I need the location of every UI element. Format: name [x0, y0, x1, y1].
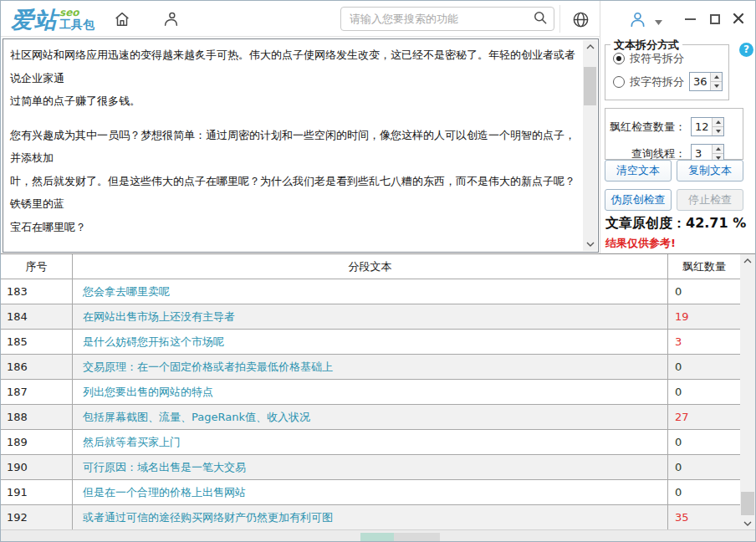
table-row[interactable]: 185 是什么妨碍您开拓这个市场呢 3 — [1, 330, 740, 355]
title-bar: 爱站 seo 工具包 — [1, 1, 756, 37]
help-icon[interactable]: ? — [739, 43, 753, 57]
radio-label: 按字符拆分 — [630, 74, 684, 89]
row-index: 183 — [1, 279, 73, 304]
scroll-down-button[interactable] — [740, 517, 755, 530]
scroll-up-button[interactable] — [740, 254, 755, 268]
table-row[interactable]: 184 在网站出售市场上还没有主导者 19 — [1, 304, 740, 330]
scroll-down-button[interactable] — [583, 238, 597, 251]
stepper-value: 12 — [692, 118, 712, 136]
table-scrollbar[interactable] — [740, 254, 755, 530]
red-count-value: 0 — [675, 386, 682, 398]
logo-seo-text: seo — [59, 8, 94, 18]
member-button[interactable] — [161, 9, 181, 29]
stepper-up-button[interactable] — [713, 118, 723, 126]
stop-check-button[interactable]: 停止检查 — [677, 189, 743, 211]
row-index: 185 — [1, 330, 73, 354]
row-index: 192 — [1, 505, 73, 529]
scrollbar-thumb[interactable] — [394, 533, 440, 541]
stepper-up-button[interactable] — [713, 145, 723, 153]
red-count-value: 0 — [675, 486, 682, 499]
radio-icon — [613, 76, 625, 88]
table-row[interactable]: 191 但是在一个合理的价格上出售网站 0 — [1, 480, 740, 505]
search-icon[interactable] — [532, 9, 549, 29]
result-disclaimer: 结果仅供参考! — [605, 236, 676, 251]
stepper-value: 36 — [690, 73, 710, 90]
stepper-down-button[interactable] — [711, 81, 722, 90]
table-row[interactable]: 183 您会拿去哪里卖呢 0 — [1, 279, 740, 304]
row-index: 184 — [1, 304, 73, 329]
row-index: 190 — [1, 455, 73, 479]
editor-scrollbar[interactable] — [583, 40, 597, 251]
account-menu-button[interactable] — [652, 13, 664, 33]
radio-split-by-chars[interactable]: 按字符拆分 36 — [613, 72, 728, 91]
search-input[interactable] — [350, 13, 532, 25]
segment-text-link[interactable]: 可行原因：域名出售是一笔大交易 — [83, 460, 246, 475]
red-count-value: 0 — [675, 285, 682, 298]
person-search-icon — [161, 10, 180, 28]
thread-count-label: 查询线程： — [605, 146, 686, 161]
segment-text-link[interactable]: 然后就等着买家上门 — [83, 435, 181, 450]
settings-panel: 文本拆分方式 按符号拆分 按字符拆分 36 ? 飘红检查数量： — [600, 36, 756, 253]
stepper-down-button[interactable] — [713, 126, 723, 136]
red-check-stepper[interactable]: 12 — [691, 117, 724, 136]
originality-label: 文章原创度： — [605, 215, 686, 231]
horizontal-scrollbar[interactable] — [1, 529, 756, 542]
maximize-button[interactable] — [706, 10, 724, 28]
minimize-button[interactable] — [681, 10, 699, 28]
segment-text-link[interactable]: 您会拿去哪里卖呢 — [83, 284, 170, 299]
table-row[interactable]: 192 或者通过可信的途径购买网络财产仍然更加有利可图 35 — [1, 505, 740, 530]
header-index: 序号 — [1, 254, 73, 279]
paragraph: 社区网站和网络应用迅速的变得越来越炙手可热。伟大的点子使网络发生改变，这已经不是… — [10, 43, 580, 113]
stepper-up-button[interactable] — [711, 73, 722, 81]
close-icon — [733, 12, 744, 28]
close-button[interactable] — [729, 10, 748, 28]
segment-text-link[interactable]: 列出您要出售的网站的特点 — [83, 385, 213, 400]
red-count-value: 35 — [675, 511, 689, 524]
logo-suffix-text: 工具包 — [59, 18, 94, 30]
profile-icon — [628, 10, 647, 29]
clear-text-button[interactable]: 清空文本 — [605, 160, 672, 182]
scroll-up-button[interactable] — [583, 40, 597, 54]
minimize-icon — [685, 18, 696, 20]
radio-label: 按符号拆分 — [630, 51, 684, 66]
table-row[interactable]: 189 然后就等着买家上门 0 — [1, 430, 740, 455]
originality-result: 文章原创度：42.71 % — [605, 215, 746, 233]
char-count-stepper[interactable]: 36 — [689, 72, 723, 91]
table-row[interactable]: 190 可行原因：域名出售是一笔大交易 0 — [1, 455, 740, 480]
row-index: 191 — [1, 480, 73, 504]
maximize-icon — [710, 14, 720, 24]
segment-text-link[interactable]: 交易原理：在一个固定价格或者拍卖最低价格基础上 — [83, 360, 333, 375]
segment-text-link[interactable]: 在网站出售市场上还没有主导者 — [83, 309, 235, 325]
copy-text-button[interactable]: 复制文本 — [677, 160, 743, 182]
segment-text-link[interactable]: 包括屏幕截图、流量、PageRank值、收入状况 — [83, 410, 310, 425]
radio-split-by-symbol[interactable]: 按符号拆分 — [613, 51, 728, 66]
app-logo: 爱站 seo 工具包 — [11, 5, 94, 35]
home-icon — [113, 10, 131, 28]
red-count-value: 3 — [675, 335, 682, 348]
split-mode-title: 文本拆分方式 — [610, 38, 682, 53]
account-button[interactable] — [627, 9, 647, 29]
browser-button[interactable] — [570, 9, 590, 29]
pseudo-original-check-button[interactable]: 伪原创检查 — [605, 189, 672, 211]
scrollbar-thumb[interactable] — [584, 67, 596, 105]
red-count-value: 0 — [675, 461, 682, 473]
row-index: 186 — [1, 355, 73, 379]
row-index: 189 — [1, 430, 73, 454]
article-text-area[interactable]: 社区网站和网络应用迅速的变得越来越炙手可热。伟大的点子使网络发生改变，这已经不是… — [3, 38, 599, 253]
scrollbar-thumb[interactable] — [741, 492, 754, 515]
row-index: 188 — [1, 405, 73, 429]
table-row[interactable]: 186 交易原理：在一个固定价格或者拍卖最低价格基础上 0 — [1, 355, 740, 380]
segment-text-link[interactable]: 是什么妨碍您开拓这个市场呢 — [83, 335, 224, 350]
header-red-count: 飘红数量 — [668, 254, 740, 279]
home-button[interactable] — [112, 9, 132, 29]
segment-text-link[interactable]: 或者通过可信的途径购买网络财产仍然更加有利可图 — [83, 510, 333, 525]
table-row[interactable]: 187 列出您要出售的网站的特点 0 — [1, 380, 740, 405]
header-segment-text: 分段文本 — [73, 254, 668, 279]
radio-icon — [613, 53, 625, 64]
table-row[interactable]: 188 包括屏幕截图、流量、PageRank值、收入状况 27 — [1, 405, 740, 430]
red-count-value: 19 — [675, 310, 689, 323]
logo-brand-text: 爱站 — [11, 5, 58, 35]
segment-text-link[interactable]: 但是在一个合理的价格上出售网站 — [83, 485, 246, 500]
article-text: 社区网站和网络应用迅速的变得越来越炙手可热。伟大的点子使网络发生改变，这已经不是… — [3, 39, 583, 252]
scrollbar-accent — [360, 533, 394, 541]
